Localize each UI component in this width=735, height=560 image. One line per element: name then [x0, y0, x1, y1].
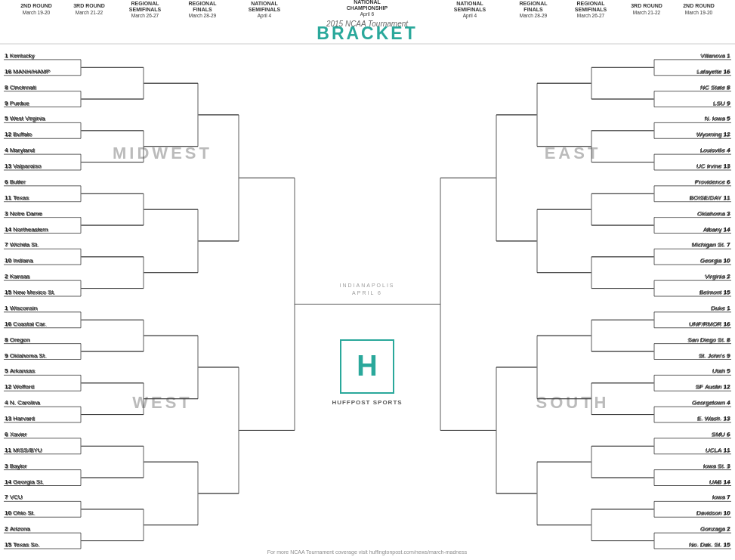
- svg-text:EAST: EAST: [545, 144, 601, 162]
- svg-text:NATIONAL: NATIONAL: [456, 1, 483, 6]
- svg-text:2ND ROUND: 2ND ROUND: [683, 3, 715, 8]
- svg-text:REGIONAL: REGIONAL: [131, 1, 160, 6]
- svg-text:SEMIFINALS: SEMIFINALS: [454, 7, 486, 12]
- svg-text:NATIONAL: NATIONAL: [354, 0, 381, 5]
- svg-text:BRACKET: BRACKET: [317, 23, 417, 43]
- svg-text:MIDWEST: MIDWEST: [113, 144, 212, 162]
- svg-text:APRIL 6: APRIL 6: [352, 290, 382, 295]
- svg-text:March 28-29: March 28-29: [520, 13, 548, 18]
- svg-text:H: H: [357, 350, 377, 382]
- svg-text:SEMIFINALS: SEMIFINALS: [575, 7, 607, 12]
- svg-text:March 28-29: March 28-29: [189, 13, 217, 18]
- svg-text:2ND ROUND: 2ND ROUND: [20, 3, 52, 8]
- svg-text:3RD ROUND: 3RD ROUND: [73, 3, 105, 8]
- svg-rect-0: [0, 0, 735, 560]
- bracket-container: 2ND ROUND March 19-20 3RD ROUND March 21…: [0, 0, 735, 560]
- svg-text:FINALS: FINALS: [523, 7, 543, 12]
- svg-text:April 4: April 4: [258, 13, 272, 19]
- svg-text:NATIONAL: NATIONAL: [251, 1, 278, 6]
- svg-text:REGIONAL: REGIONAL: [577, 1, 606, 6]
- svg-text:SEMIFINALS: SEMIFINALS: [249, 7, 281, 12]
- svg-text:March 26-27: March 26-27: [131, 13, 159, 18]
- svg-text:3RD ROUND: 3RD ROUND: [631, 3, 662, 8]
- svg-text:HUFFPOST SPORTS: HUFFPOST SPORTS: [332, 399, 402, 406]
- svg-text:CHAMPIONSHIP: CHAMPIONSHIP: [347, 5, 388, 11]
- svg-text:For more NCAA Tournament cover: For more NCAA Tournament coverage visit …: [267, 549, 468, 555]
- svg-text:March 19-20: March 19-20: [685, 10, 713, 15]
- svg-text:SOUTH: SOUTH: [536, 393, 610, 412]
- svg-text:March 19-20: March 19-20: [23, 10, 51, 15]
- svg-text:SEMIFINALS: SEMIFINALS: [129, 7, 162, 12]
- svg-text:WEST: WEST: [132, 393, 193, 412]
- svg-text:April 4: April 4: [463, 13, 477, 19]
- svg-text:REGIONAL: REGIONAL: [189, 1, 218, 6]
- svg-text:March 26-27: March 26-27: [577, 13, 605, 18]
- svg-text:REGIONAL: REGIONAL: [520, 1, 548, 6]
- svg-text:FINALS: FINALS: [193, 7, 212, 12]
- svg-text:April 6: April 6: [360, 11, 375, 17]
- svg-text:March 21-22: March 21-22: [76, 10, 103, 15]
- svg-text:March 21-22: March 21-22: [633, 10, 661, 15]
- svg-text:INDIANAPOLIS: INDIANAPOLIS: [339, 283, 394, 288]
